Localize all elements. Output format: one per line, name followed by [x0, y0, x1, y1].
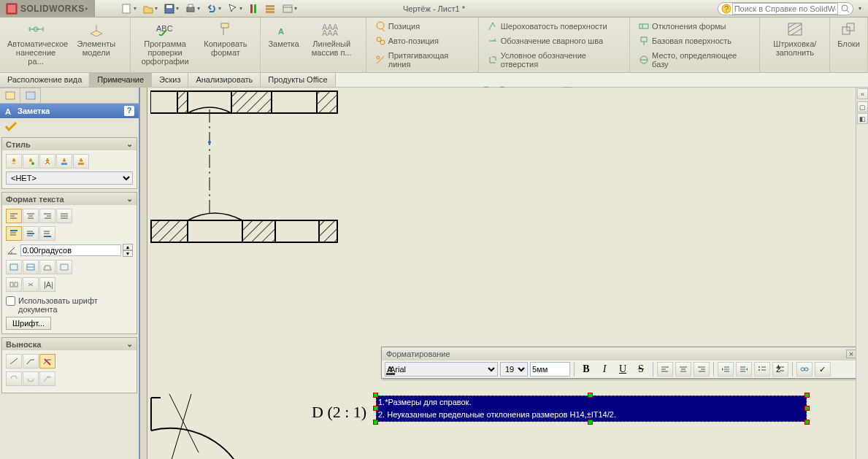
note-button[interactable]: A Заметка — [265, 19, 302, 71]
new-button[interactable]: ▾ — [119, 1, 139, 17]
leader-straight[interactable] — [6, 354, 22, 369]
balloon-button[interactable]: Позиция — [374, 20, 471, 32]
leader-none[interactable] — [39, 354, 55, 369]
font-select[interactable]: Arial — [385, 362, 498, 377]
resize-handle[interactable] — [373, 420, 378, 425]
model-items-button[interactable]: Элементы модели — [67, 19, 126, 71]
strike-button[interactable]: S — [633, 362, 649, 377]
resize-handle[interactable] — [588, 393, 593, 398]
collapse-icon[interactable]: ⌄ — [126, 339, 133, 349]
symbol-button[interactable]: ✓ — [815, 362, 831, 377]
resize-handle[interactable] — [588, 420, 593, 425]
surface-finish-button[interactable]: Шероховатость поверхности — [486, 20, 622, 32]
angle-down[interactable]: ▼ — [123, 250, 133, 257]
leader-opt-3[interactable] — [39, 371, 55, 386]
panel-btn-2[interactable]: ◧ — [857, 113, 868, 124]
resize-handle[interactable] — [804, 406, 810, 411]
style-select[interactable]: <НЕТ> — [6, 171, 133, 185]
resize-handle[interactable] — [373, 406, 378, 411]
fmt-opt-1[interactable] — [6, 260, 22, 274]
text-fill-icon[interactable]: A — [385, 363, 398, 375]
align-justify-button[interactable] — [56, 209, 72, 223]
print-button[interactable]: ▾ — [183, 1, 202, 17]
justify-left-button[interactable] — [657, 362, 673, 377]
spell-check-button[interactable]: ABC Программа проверки орфографии — [135, 19, 196, 71]
resize-handle[interactable] — [804, 420, 810, 425]
leader-opt-1[interactable] — [6, 371, 22, 386]
save-button[interactable]: ▾ — [161, 1, 181, 17]
valign-middle-button[interactable] — [23, 226, 39, 241]
tab-sketch[interactable]: Эскиз — [152, 73, 188, 87]
use-doc-font-checkbox[interactable] — [6, 296, 15, 306]
search-icon[interactable] — [841, 4, 850, 13]
undo-button[interactable]: ▾ — [204, 1, 223, 17]
bullets-button[interactable] — [754, 362, 770, 377]
magnetic-line-button[interactable]: Притягивающая линия — [374, 50, 471, 69]
indent-more-button[interactable] — [736, 362, 752, 377]
style-btn-2[interactable] — [23, 154, 39, 169]
valign-bottom-button[interactable] — [39, 226, 55, 241]
linear-pattern-button[interactable]: AAAAAA Линейный массив п... — [302, 19, 361, 71]
leader-opt-2[interactable] — [23, 371, 39, 386]
select-button[interactable]: ▾ — [225, 1, 245, 17]
drawing-canvas[interactable]: D (2 : 1) Форматирование × A Arial 19 — [139, 88, 868, 459]
spacing-input[interactable] — [530, 362, 570, 377]
ok-icon[interactable] — [4, 121, 18, 131]
fmt-opt-4[interactable] — [56, 260, 72, 274]
link-button[interactable] — [796, 362, 813, 377]
numbering-button[interactable]: 12 — [772, 362, 788, 377]
hole-callout-button[interactable]: Условное обозначение отверстия — [486, 50, 622, 69]
resize-handle[interactable] — [373, 393, 378, 398]
style-btn-3[interactable] — [39, 154, 55, 169]
leader-bent[interactable] — [23, 354, 39, 369]
options-button[interactable] — [262, 1, 278, 17]
open-button[interactable]: ▾ — [140, 1, 160, 17]
smart-dimension-button[interactable]: Автоматическое нанесение ра... — [4, 19, 67, 71]
align-center-button[interactable] — [23, 209, 39, 223]
valign-top-button[interactable] — [6, 226, 22, 241]
style-btn-1[interactable] — [6, 154, 22, 169]
chevron-down-icon[interactable]: ▾ — [859, 5, 861, 12]
bold-button[interactable]: B — [578, 362, 594, 377]
style-btn-5[interactable] — [73, 154, 89, 169]
view-button[interactable]: ▾ — [280, 1, 299, 17]
close-icon[interactable]: × — [846, 350, 856, 358]
help-search[interactable]: ? ▾ — [718, 2, 853, 15]
italic-button[interactable]: I — [596, 362, 612, 377]
angle-input[interactable] — [20, 244, 121, 256]
help-icon[interactable]: ? — [124, 106, 134, 116]
fmt-opt-7[interactable]: |A| — [39, 277, 55, 292]
resize-handle[interactable] — [804, 393, 810, 398]
fmt-opt-2[interactable] — [23, 260, 39, 274]
rebuild-button[interactable] — [246, 1, 261, 17]
datum-target-button[interactable]: Место, определяющее базу — [637, 50, 752, 69]
align-left-button[interactable] — [6, 209, 22, 223]
size-select[interactable]: 19 — [500, 362, 528, 377]
weld-symbol-button[interactable]: Обозначение сварного шва — [486, 35, 622, 47]
fmt-opt-6[interactable] — [23, 277, 39, 292]
note-annotation[interactable]: 1.*Размеры для справок. 2. Неуказанные п… — [376, 396, 807, 422]
tab-annotation[interactable]: Примечание — [90, 73, 152, 87]
underline-button[interactable]: U — [615, 362, 631, 377]
blocks-button[interactable]: Блоки — [834, 19, 863, 71]
note-line-1[interactable]: 1.*Размеры для справок. — [378, 396, 804, 409]
format-painter-button[interactable]: Копировать формат — [196, 19, 256, 71]
font-button[interactable]: Шрифт... — [6, 317, 51, 330]
justify-center-button[interactable] — [675, 362, 691, 377]
fm-tab-1[interactable] — [0, 88, 20, 103]
tab-office[interactable]: Продукты Office — [261, 73, 335, 87]
app-logo[interactable]: SOLIDWORKS ▸ — [0, 0, 95, 17]
tab-evaluate[interactable]: Анализировать — [188, 73, 261, 87]
auto-balloon-button[interactable]: Авто-позиция — [374, 35, 471, 47]
expand-panel-icon[interactable]: « — [857, 88, 868, 99]
datum-feature-button[interactable]: Базовая поверхность — [637, 35, 752, 47]
style-btn-4[interactable] — [56, 154, 72, 169]
panel-btn-1[interactable]: ▢ — [857, 101, 868, 112]
collapse-icon[interactable]: ⌄ — [126, 194, 133, 204]
justify-right-button[interactable] — [694, 362, 710, 377]
help-search-input[interactable] — [732, 3, 838, 15]
tab-view-layout[interactable]: Расположение вида — [0, 73, 90, 87]
angle-up[interactable]: ▲ — [123, 244, 133, 250]
fmt-opt-3[interactable] — [39, 260, 55, 274]
fm-tab-2[interactable] — [20, 88, 41, 103]
